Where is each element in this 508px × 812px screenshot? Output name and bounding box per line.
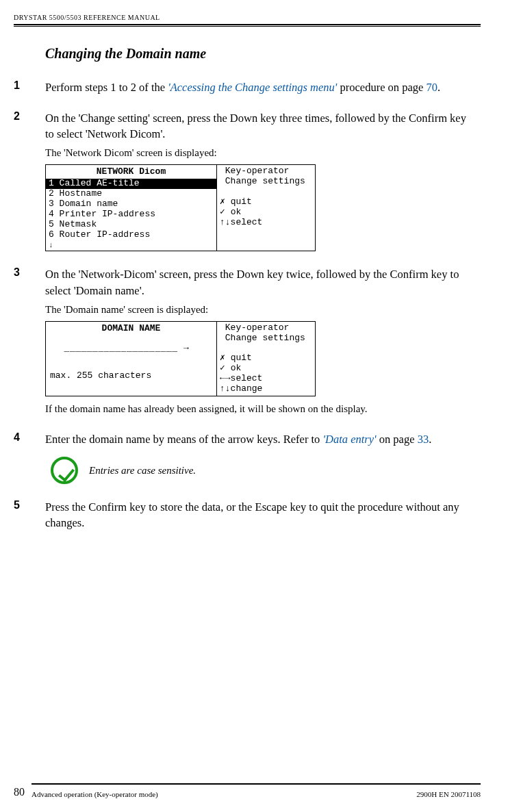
lcd-title: DOMAIN NAME [46, 322, 216, 335]
link-data-entry[interactable]: 'Data entry' [323, 433, 377, 446]
step-5: 5 Press the Confirm key to store the dat… [45, 499, 474, 531]
step-2: 2 On the 'Change setting' screen, press … [45, 110, 474, 251]
lcd-quit-hint: ✗ quit [220, 353, 312, 364]
lcd-mode-label: Key-operator [220, 166, 312, 177]
step-3-subtext: The 'Domain name' screen is displayed: [45, 303, 474, 317]
section-title: Changing the Domain name [45, 46, 474, 62]
step-2-text: On the 'Change setting' screen, press th… [45, 110, 474, 142]
step-1: 1 Perform steps 1 to 2 of the 'Accessing… [45, 79, 474, 95]
step-1-text-post: . [437, 81, 440, 94]
lcd-screen-label: Change settings [220, 333, 312, 344]
footer-rule [31, 783, 481, 785]
lcd-max-chars: max. 255 characters [46, 367, 216, 382]
step-number: 3 [14, 266, 34, 279]
step-4-text-pre: Enter the domain name by means of the ar… [45, 433, 323, 446]
lcd-item-domain-name: 3 Domain name [46, 199, 216, 210]
lcd-network-dicom: NETWORK Dicom 1 Called AE-title 2 Hostna… [45, 164, 316, 251]
step-4-text-post: . [429, 433, 431, 446]
step-3-text: On the 'Network-Dicom' screen, press the… [45, 266, 474, 298]
step-1-text-pre: Perform steps 1 to 2 of the [45, 81, 168, 94]
step-5-text: Press the Confirm key to store the data,… [45, 499, 474, 531]
lcd-ok-hint: ✓ ok [220, 364, 312, 374]
link-page-33[interactable]: 33 [418, 433, 429, 446]
checkmark-icon [51, 457, 78, 484]
page-number: 80 [14, 786, 31, 798]
lcd-item-router-ip: 6 Router IP-address [46, 230, 216, 240]
step-number: 2 [14, 110, 34, 123]
lcd-ok-hint: ✓ ok [220, 207, 312, 218]
step-2-subtext: The 'Network Dicom' screen is displayed: [45, 146, 474, 160]
header-rule [14, 24, 481, 27]
lcd-title: NETWORK Dicom [46, 165, 216, 179]
lcd-input-field: ____________________ → [46, 335, 216, 357]
lcd-scroll-arrow-icon: ↓ [46, 240, 216, 251]
lcd-item-hostname: 2 Hostname [46, 189, 216, 199]
lcd-select-hint: ↑↓select [220, 218, 312, 228]
page-footer: 80 Advanced operation (Key-operator mode… [0, 783, 508, 800]
lcd-screen-label: Change settings [220, 177, 312, 187]
lcd-quit-hint: ✗ quit [220, 197, 312, 207]
step-4: 4 Enter the domain name by means of the … [45, 431, 474, 484]
lcd-gap [220, 344, 312, 354]
step-number: 4 [14, 431, 34, 444]
step-3-aftertext: If the domain name has already been assi… [45, 402, 474, 416]
step-number: 1 [14, 79, 34, 92]
lcd-select-hint: ←→select [220, 374, 312, 384]
lcd-gap [220, 187, 312, 197]
step-number: 5 [14, 499, 34, 511]
step-3: 3 On the 'Network-Dicom' screen, press t… [45, 266, 474, 416]
step-1-text-mid: procedure on page [337, 81, 426, 94]
lcd-item-called-ae-title: 1 Called AE-title [46, 179, 216, 189]
link-page-70[interactable]: 70 [426, 81, 437, 94]
step-4-text-mid: on page [377, 433, 418, 446]
lcd-domain-name: DOMAIN NAME ____________________ → max. … [45, 321, 316, 397]
footer-left-text: Advanced operation (Key-operator mode) [31, 790, 416, 798]
note-block: Entries are case sensitive. [51, 457, 474, 484]
running-header: DRYSTAR 5500/5503 REFERENCE MANUAL [14, 14, 481, 24]
lcd-mode-label: Key-operator [220, 323, 312, 333]
lcd-change-hint: ↑↓change [220, 384, 312, 394]
footer-right-text: 2900H EN 20071108 [416, 790, 481, 798]
lcd-item-printer-ip: 4 Printer IP-address [46, 210, 216, 220]
note-text: Entries are case sensitive. [89, 464, 196, 478]
link-accessing-change-settings[interactable]: 'Accessing the Change settings menu' [168, 81, 337, 94]
lcd-item-netmask: 5 Netmask [46, 220, 216, 230]
